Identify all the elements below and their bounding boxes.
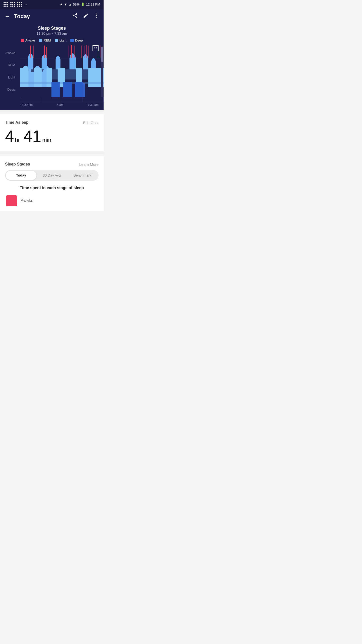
awake-color (6, 195, 17, 206)
edit-goal-button[interactable]: Edit Goal (83, 120, 99, 125)
x-label-end: 7:33 am (88, 103, 99, 107)
svg-point-0 (96, 14, 97, 15)
tab-today[interactable]: Today (6, 171, 36, 180)
awake-stage-name: Awake (21, 198, 33, 203)
legend-light-label: Light (59, 38, 66, 42)
svg-rect-34 (47, 68, 52, 87)
wifi-icon: ▼ (64, 3, 67, 6)
x-label-mid: 4 am (57, 103, 64, 107)
back-button[interactable]: ← (5, 13, 10, 20)
y-label-light: Light (4, 75, 18, 79)
x-label-start: 11:30 pm (20, 103, 33, 107)
legend-rem-label: REM (43, 38, 51, 42)
svg-rect-33 (34, 68, 41, 87)
hours-value: 4 (5, 128, 14, 144)
y-label-deep: Deep (4, 88, 18, 91)
sleep-stages-label: Sleep Stages (5, 162, 30, 167)
bluetooth-icon: ★ (60, 3, 63, 6)
status-left: ··· (4, 2, 27, 7)
sleep-stages-section: Sleep Stages Learn More Today 30 Day Avg… (0, 156, 104, 211)
legend-rem: REM (39, 38, 51, 42)
share-button[interactable] (72, 13, 78, 20)
app-icon-3 (17, 2, 22, 7)
stage-description: Time spent in each stage of sleep (5, 186, 99, 190)
tab-benchmark[interactable]: Benchmark (67, 171, 98, 180)
learn-more-button[interactable]: Learn More (79, 162, 99, 167)
sleep-chart-svg (20, 44, 104, 102)
hours-unit: hr (15, 137, 20, 143)
sleep-stages-header: Sleep Stages Learn More (5, 162, 99, 167)
y-axis: Awake REM Light Deep (0, 44, 20, 103)
status-bar: ··· ★ ▼ ▲ 59% 🔋 12:21 PM (0, 0, 104, 9)
chart-area: Awake REM Light Deep (0, 44, 104, 110)
chart-svg-container (20, 44, 104, 103)
status-right: ★ ▼ ▲ 59% 🔋 12:21 PM (60, 3, 100, 6)
legend-awake: Awake (21, 38, 35, 42)
y-label-awake: Awake (4, 51, 18, 55)
battery-icon: 🔋 (81, 3, 85, 6)
chart-legend: Awake REM Light Deep (0, 36, 104, 44)
scrollbar-thumb[interactable] (101, 47, 103, 62)
time-asleep-section: Time Asleep Edit Goal 4 hr 41 min (0, 114, 104, 151)
svg-point-1 (96, 15, 97, 16)
svg-rect-39 (52, 82, 60, 97)
x-axis: 11:30 pm 4 am 7:33 am (0, 103, 104, 110)
tab-30day[interactable]: 30 Day Avg (36, 171, 67, 180)
stage-row-awake: Awake (5, 195, 99, 206)
time-display: 4 hr 41 min (5, 128, 99, 144)
sleep-chart-section: Sleep Stages 11:30 pm - 7:33 am Awake RE… (0, 24, 104, 110)
sleep-stages-tabs: Today 30 Day Avg Benchmark (5, 170, 99, 181)
more-options-button[interactable] (94, 13, 99, 20)
section-divider-1 (0, 110, 104, 112)
time-asleep-label: Time Asleep (5, 120, 28, 125)
header-actions (72, 13, 99, 20)
chart-scrollbar (101, 47, 103, 97)
signal-icon: ▲ (68, 3, 72, 6)
minutes-unit: min (42, 137, 51, 143)
y-label-rem: REM (4, 63, 18, 67)
time-asleep-header: Time Asleep Edit Goal (5, 120, 99, 125)
header: ← Today (0, 9, 104, 24)
status-more: ··· (24, 3, 27, 6)
chart-header: Sleep Stages 11:30 pm - 7:33 am (0, 24, 104, 36)
section-divider-2 (0, 151, 104, 154)
battery-percent: 59% (73, 3, 79, 6)
svg-rect-41 (75, 82, 83, 97)
clock: 12:21 PM (86, 3, 100, 6)
svg-rect-38 (20, 82, 104, 84)
chart-time-range: 11:30 pm - 7:33 am (0, 31, 104, 35)
page-title: Today (14, 13, 69, 20)
legend-awake-label: Awake (25, 38, 35, 42)
legend-light: Light (55, 38, 66, 42)
svg-point-2 (96, 17, 97, 18)
minutes-value: 41 (23, 128, 41, 144)
edit-button[interactable] (83, 13, 88, 20)
app-icon-1 (4, 2, 8, 7)
expand-chart-button[interactable] (93, 45, 99, 51)
chart-inner: Awake REM Light Deep (0, 44, 104, 103)
svg-rect-32 (20, 68, 28, 87)
app-icon-2 (10, 2, 15, 7)
chart-title: Sleep Stages (0, 26, 104, 31)
svg-rect-40 (63, 82, 72, 97)
legend-deep-label: Deep (75, 38, 83, 42)
legend-deep: Deep (70, 38, 83, 42)
